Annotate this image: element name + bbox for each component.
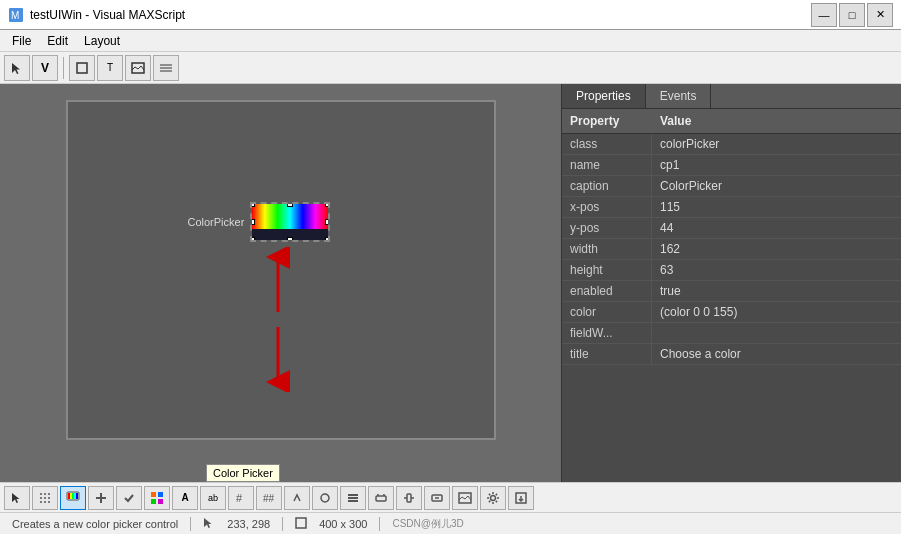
handle-mr[interactable] (325, 219, 330, 225)
svg-rect-35 (348, 494, 358, 496)
svg-rect-29 (158, 492, 163, 497)
handle-bm[interactable] (287, 237, 293, 242)
btn-plug3[interactable] (424, 486, 450, 510)
toolbar-cursor[interactable] (4, 55, 30, 81)
props-cell-value: ColorPicker (652, 176, 901, 196)
svg-point-14 (40, 497, 42, 499)
props-cell-value: Choose a color (652, 344, 901, 364)
svg-point-19 (48, 501, 50, 503)
menu-edit[interactable]: Edit (39, 32, 76, 50)
handle-br[interactable] (325, 237, 330, 242)
btn-arrow2[interactable] (284, 486, 310, 510)
props-row[interactable]: class colorPicker (562, 134, 901, 155)
menu-file[interactable]: File (4, 32, 39, 50)
btn-text1[interactable]: A (172, 486, 198, 510)
props-row[interactable]: y-pos 44 (562, 218, 901, 239)
props-cell-property: height (562, 260, 652, 280)
props-cell-property: class (562, 134, 652, 154)
btn-export[interactable] (508, 486, 534, 510)
btn-hash2[interactable]: ## (256, 486, 282, 510)
btn-img[interactable] (452, 486, 478, 510)
props-row[interactable]: x-pos 115 (562, 197, 901, 218)
close-button[interactable]: ✕ (867, 3, 893, 27)
handle-bl[interactable] (250, 237, 255, 242)
props-header-value: Value (652, 112, 699, 130)
props-row[interactable]: height 63 (562, 260, 901, 281)
color-picker-widget[interactable] (250, 202, 330, 242)
svg-text:M: M (11, 10, 19, 21)
props-tabs: Properties Events (562, 84, 901, 109)
props-row[interactable]: name cp1 (562, 155, 901, 176)
btn-cursor[interactable] (4, 486, 30, 510)
status-divider-3 (379, 517, 380, 531)
btn-plug2[interactable] (396, 486, 422, 510)
menu-bar: File Edit Layout (0, 30, 901, 52)
canvas-inner[interactable]: ColorPicker (66, 100, 496, 440)
toolbar-v[interactable]: V (32, 55, 58, 81)
props-header-property: Property (562, 112, 652, 130)
svg-rect-23 (72, 493, 74, 499)
props-cell-value: 63 (652, 260, 901, 280)
btn-colorpicker-tool[interactable] (60, 486, 86, 510)
arrow-up-svg (263, 247, 293, 317)
widget-label: ColorPicker (188, 216, 245, 228)
props-row[interactable]: caption ColorPicker (562, 176, 901, 197)
status-bar: Creates a new color picker control 233, … (0, 512, 901, 534)
top-toolbar: V T (0, 52, 901, 84)
toolbar-image[interactable] (125, 55, 151, 81)
props-cell-value: (color 0 0 155) (652, 302, 901, 322)
status-size: 400 x 300 (319, 518, 367, 530)
btn-plus[interactable] (88, 486, 114, 510)
handle-tl[interactable] (250, 202, 255, 207)
props-header: Property Value (562, 109, 901, 134)
svg-rect-2 (77, 63, 87, 73)
tab-properties[interactable]: Properties (562, 84, 646, 108)
svg-rect-36 (348, 497, 358, 499)
btn-colorbox[interactable] (144, 486, 170, 510)
svg-point-13 (48, 493, 50, 495)
props-row[interactable]: title Choose a color (562, 344, 901, 365)
btn-text2[interactable]: ab (200, 486, 226, 510)
props-cell-property: fieldW... (562, 323, 652, 343)
tooltip-colorpicker: Color Picker (206, 464, 280, 482)
props-cell-value (652, 323, 901, 343)
props-cell-value: 115 (652, 197, 901, 217)
btn-bars[interactable] (340, 486, 366, 510)
canvas-area[interactable]: ColorPicker (0, 84, 561, 482)
toolbar-text[interactable]: T (97, 55, 123, 81)
svg-rect-31 (158, 499, 163, 504)
props-row[interactable]: width 162 (562, 239, 901, 260)
menu-layout[interactable]: Layout (76, 32, 128, 50)
props-cell-property: title (562, 344, 652, 364)
props-row[interactable]: fieldW... (562, 323, 901, 344)
maximize-button[interactable]: □ (839, 3, 865, 27)
tab-events[interactable]: Events (646, 84, 712, 108)
bottom-toolbar: A ab # ## (0, 482, 901, 512)
props-cell-property: caption (562, 176, 652, 196)
minimize-button[interactable]: — (811, 3, 837, 27)
status-divider-1 (190, 517, 191, 531)
props-cell-property: name (562, 155, 652, 175)
props-row[interactable]: color (color 0 0 155) (562, 302, 901, 323)
props-row[interactable]: enabled true (562, 281, 901, 302)
widget-container[interactable]: ColorPicker (188, 202, 331, 242)
handle-tm[interactable] (287, 202, 293, 207)
toolbar-box[interactable] (69, 55, 95, 81)
status-creates-text: Creates a new color picker control (8, 518, 178, 530)
handle-ml[interactable] (250, 219, 255, 225)
handle-tr[interactable] (325, 202, 330, 207)
toolbar-grid[interactable] (153, 55, 179, 81)
btn-settings[interactable] (480, 486, 506, 510)
svg-text:#: # (236, 492, 243, 504)
btn-circle[interactable] (312, 486, 338, 510)
btn-hash[interactable]: # (228, 486, 254, 510)
app-icon: M (8, 7, 24, 23)
props-cell-value: colorPicker (652, 134, 901, 154)
status-cursor-icon (203, 517, 215, 531)
btn-dotgrid[interactable] (32, 486, 58, 510)
btn-plug1[interactable] (368, 486, 394, 510)
title-bar: M testUIWin - Visual MAXScript — □ ✕ (0, 0, 901, 30)
svg-point-47 (491, 495, 496, 500)
btn-check[interactable] (116, 486, 142, 510)
status-divider-2 (282, 517, 283, 531)
